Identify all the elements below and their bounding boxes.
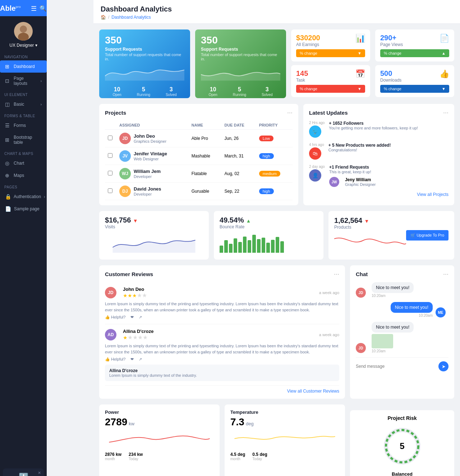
chat-avatar: JD [356, 288, 366, 298]
chat-avatar: ME [436, 307, 446, 317]
row-assigned: DJ David Jones Developer [116, 183, 189, 200]
review-time: a week ago [319, 333, 339, 337]
sidebar-item-label: Authentication [14, 194, 41, 199]
chat-image [372, 334, 393, 348]
row-priority: medium [256, 165, 293, 183]
row-checkbox[interactable] [105, 165, 116, 183]
person-avatar: JW [329, 177, 339, 187]
helpful-button[interactable]: 👍 Helpful? [105, 315, 125, 320]
update-desc: You're getting more and more followers, … [329, 126, 418, 130]
reply-text: Lorem Ipsum is simply dummy text of the … [109, 373, 335, 377]
sidebar-item-maps[interactable]: ⊕ Maps [0, 169, 47, 182]
like-button[interactable]: ❤ [130, 357, 134, 362]
chat-title: Chat [356, 271, 368, 277]
calendar-icon: 📅 [355, 69, 365, 79]
donut-chart: 5 [381, 425, 424, 468]
temperature-card: Temperature 7.3 deg 4.5 deg month 0.5 de… [225, 404, 345, 476]
review-item: JD John Deo ★★★★★ a week ago Lorem Ipsum… [105, 282, 339, 324]
helpful-button[interactable]: 👍 Helpful? [105, 357, 125, 362]
view-all-reviews-link[interactable]: View all Customer Reviews [105, 389, 339, 394]
power-number-row: 2789 kw [105, 416, 214, 428]
update-item: 4 hrs ago 🛍 + 5 New Products were added!… [309, 143, 448, 160]
review-text: Lorem Ipsum is simply dummy text of the … [105, 343, 339, 355]
bottom-row: Customer Reviews ··· JD John Deo ★★★★★ [99, 265, 454, 399]
row-checkbox[interactable] [105, 183, 116, 200]
ui-section-label: UI Element [0, 89, 47, 98]
sidebar-item-page-layouts[interactable]: ⊡ Page layouts › [0, 73, 47, 89]
row-avatar: DJ [119, 186, 131, 197]
stat-desc: Total number of support requests that co… [105, 52, 184, 61]
projects-menu[interactable]: ··· [287, 109, 293, 116]
updates-menu[interactable]: ··· [443, 109, 448, 116]
temperature-chart [230, 428, 339, 448]
chat-bubble: Nice to meet you! [391, 302, 433, 313]
bar [257, 239, 261, 253]
update-time: 2 day ago [309, 165, 325, 169]
table-row: JD John Deo Graphics Designer Able Pro J… [105, 130, 293, 147]
chat-avatar: JD [356, 343, 366, 353]
sidebar-item-label: Sample page [14, 206, 40, 211]
download-pro-banner: ✕ ⬇️ Download Pro Getting more features … [3, 468, 44, 476]
share-button[interactable]: ↗ [139, 357, 142, 362]
sidebar-item-dashboard[interactable]: ⊞ Dashboard [0, 60, 47, 73]
bar [252, 235, 256, 253]
breadcrumb-current[interactable]: Dashboard Analytics [111, 15, 151, 20]
row-project: Flatable [189, 165, 222, 183]
stat-open: 10 Open [208, 86, 217, 97]
view-all-projects-link[interactable]: View all Projects [309, 192, 448, 197]
stat-label: Support Requests [201, 47, 280, 52]
close-button[interactable]: ✕ [38, 471, 41, 475]
nav-section-label: Navigation [0, 51, 47, 60]
sidebar-item-chart[interactable]: ◎ Chart [0, 157, 47, 169]
earnings-number: $30200 [296, 34, 365, 42]
sidebar-item-authentication[interactable]: 🔒 Authentication › [0, 191, 47, 203]
reviewer-avatar: AD [105, 329, 116, 340]
pages-section-label: Pages [0, 182, 47, 191]
send-button[interactable]: ➤ [438, 361, 448, 371]
upgrade-to-pro-button[interactable]: 🛒 Upgrade To Pro [406, 230, 448, 241]
review-item: AD Allina D'croze ★★★★★ a week ago Lorem… [105, 324, 339, 386]
power-row: Power 2789 kw 2876 kw month 234 kw Today [99, 404, 454, 476]
bar [220, 246, 223, 253]
projects-card: Projects ··· ASSIGNED NAME DUE DATE PRIO… [99, 104, 298, 205]
products-chart [334, 233, 406, 253]
risk-status: Balanced [356, 471, 448, 476]
row-checkbox[interactable] [105, 130, 116, 147]
metrics-row: $16,756 ▼ Visits 49.54% ▲ Bounce Rate [99, 211, 454, 260]
chat-time: 10:20am [391, 313, 433, 317]
visits-label: Visits [105, 224, 203, 229]
update-item: 2 Hrs ago 🐦 + 1652 Followers You're gett… [309, 121, 448, 138]
stat-open: 10 Open [112, 86, 121, 97]
sidebar-item-basic[interactable]: ◫ Basic › [0, 98, 47, 110]
svg-point-1 [20, 26, 27, 33]
search-icon-top[interactable]: 🔍 [40, 5, 47, 12]
person-role: Graphic Designer [345, 182, 376, 187]
row-name-cell: Jenifer Vintage Web Designer [134, 151, 167, 161]
update-desc: This is great, keep it up! [329, 170, 376, 174]
share-button[interactable]: ↗ [139, 315, 142, 320]
customer-reviews-card: Customer Reviews ··· JD John Deo ★★★★★ [99, 265, 345, 399]
sidebar-item-bootstrap-table[interactable]: ⊞ Bootstrap table [0, 132, 47, 148]
review-stars: ★★★★★ [123, 292, 147, 299]
table-row: DJ David Jones Developer Guruable Sep, 2… [105, 183, 293, 200]
sidebar-item-sample-page[interactable]: 📄 Sample page [0, 203, 47, 215]
send-message-input[interactable] [356, 364, 436, 369]
chat-menu[interactable]: ··· [443, 270, 448, 278]
sidebar-item-forms[interactable]: ☰ Forms [0, 119, 47, 132]
chat-received: JD Nice to meet you! 10:20am [356, 282, 448, 298]
user-name: UX Designer ▾ [9, 43, 37, 48]
reviewer-info: JD John Deo ★★★★★ [105, 287, 147, 299]
power-chart [105, 428, 214, 448]
row-avatar: JD [119, 133, 131, 144]
bar [234, 238, 237, 253]
power-unit: kw [129, 421, 134, 426]
row-checkbox[interactable] [105, 147, 116, 165]
forms-section-label: Forms & Table [0, 110, 47, 119]
row-due: Sep, 22 [221, 183, 256, 200]
hamburger-icon[interactable]: ☰ [31, 5, 37, 13]
like-button[interactable]: ❤ [130, 315, 134, 320]
power-today: 234 kw Today [129, 452, 143, 461]
bar [271, 240, 275, 253]
reviews-menu[interactable]: ··· [334, 270, 339, 278]
chat-input-area: ➤ [356, 357, 448, 371]
